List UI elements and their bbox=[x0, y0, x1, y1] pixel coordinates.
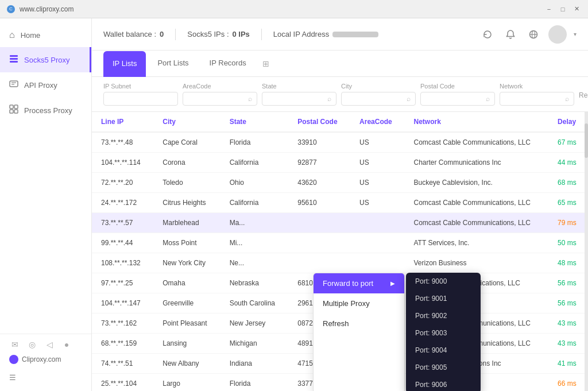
sidebar-item-home[interactable]: ⌂ Home bbox=[0, 23, 91, 47]
port-item[interactable]: Port: 9003 bbox=[406, 324, 481, 342]
port-item[interactable]: Port: 9001 bbox=[406, 290, 481, 307]
refresh-icon[interactable] bbox=[479, 26, 496, 42]
sidebar-bottom: ✉ ◎ ◁ ● Cliproxy.com bbox=[0, 334, 91, 369]
divider-2 bbox=[261, 29, 262, 40]
context-item-multiple-proxy[interactable]: Multiple Proxy bbox=[314, 293, 404, 313]
sidebar-item-home-label: Home bbox=[21, 31, 41, 40]
socks5-info: Socks5 IPs : 0 IPs bbox=[187, 30, 250, 38]
port-item[interactable]: Port: 9000 bbox=[406, 273, 481, 290]
city-search-icon: ⌕ bbox=[407, 95, 411, 103]
table-container: Line IP City State Postal Code AreaCode … bbox=[92, 112, 588, 391]
sidebar-item-socks5-label: Socks5 Proxy bbox=[24, 56, 69, 64]
avatar[interactable] bbox=[548, 25, 567, 44]
ip-subnet-input-wrapper bbox=[103, 92, 178, 106]
table-row[interactable]: 72.**.**.20ToledoOhio43620USBuckeye Cabl… bbox=[92, 173, 588, 193]
svg-rect-1 bbox=[10, 58, 18, 60]
api-icon bbox=[9, 79, 18, 91]
col-state: State bbox=[220, 112, 289, 132]
titlebar-url: www.cliproxy.com bbox=[20, 5, 74, 13]
state-label: State bbox=[262, 83, 336, 90]
table-row[interactable]: 73.**.**.48Cape CoralFlorida33910USComca… bbox=[92, 132, 588, 153]
context-item-refresh[interactable]: Refresh bbox=[314, 313, 404, 334]
context-item-forward[interactable]: Forward to port ▶ bbox=[314, 273, 404, 293]
sidebar-item-api-label: API Proxy bbox=[24, 81, 57, 90]
svg-rect-6 bbox=[10, 105, 13, 109]
context-refresh-label: Refresh bbox=[323, 319, 349, 328]
tab-port-lists[interactable]: Port Lists bbox=[148, 51, 198, 76]
titlebar: C www.cliproxy.com − □ ✕ bbox=[0, 0, 588, 18]
local-ip: Local IP Address bbox=[273, 30, 378, 38]
scrollbar[interactable] bbox=[585, 112, 588, 391]
filter-postal: Postal Code ⌕ bbox=[420, 83, 495, 106]
email-icon[interactable]: ✉ bbox=[9, 339, 21, 350]
tab-ip-records[interactable]: IP Records bbox=[200, 51, 256, 76]
network-field[interactable] bbox=[505, 95, 565, 103]
forward-arrow-icon: ▶ bbox=[390, 280, 395, 287]
local-ip-label: Local IP Address bbox=[273, 30, 329, 38]
context-menu-container: Forward to port ▶ Multiple Proxy Refresh… bbox=[313, 273, 481, 391]
sidebar-item-process[interactable]: Process Proxy bbox=[0, 98, 91, 123]
table-row[interactable]: 73.**.**.57MarbleheadMa...Comcast Cable … bbox=[92, 213, 588, 233]
ip-subnet-field[interactable] bbox=[109, 95, 173, 103]
table-header-row: Line IP City State Postal Code AreaCode … bbox=[92, 112, 588, 132]
dot-icon: ● bbox=[61, 339, 72, 350]
minimize-button[interactable]: − bbox=[544, 5, 554, 14]
tab-ip-lists[interactable]: IP Lists bbox=[103, 51, 146, 77]
network-search-icon: ⌕ bbox=[565, 95, 569, 103]
context-menu: Forward to port ▶ Multiple Proxy Refresh bbox=[313, 273, 405, 391]
ip-subnet-label: IP Subnet bbox=[103, 83, 178, 90]
header: Wallet balance : 0 Socks5 IPs : 0 IPs Lo… bbox=[92, 18, 588, 51]
city-input-wrapper: ⌕ bbox=[341, 92, 416, 106]
globe-icon[interactable] bbox=[525, 26, 541, 42]
filter-state: State ⌕ bbox=[262, 83, 336, 106]
postal-code-field[interactable] bbox=[425, 95, 486, 103]
main-content: Wallet balance : 0 Socks5 IPs : 0 IPs Lo… bbox=[92, 18, 588, 391]
telegram-icon[interactable]: ◁ bbox=[44, 339, 55, 350]
sidebar: ⌂ Home Socks5 Proxy API Proxy bbox=[0, 18, 92, 391]
filter-city: City ⌕ bbox=[341, 83, 416, 106]
titlebar-controls[interactable]: − □ ✕ bbox=[544, 5, 581, 14]
port-item[interactable]: Port: 9006 bbox=[406, 376, 481, 391]
state-field[interactable] bbox=[267, 95, 327, 103]
settings-icon[interactable]: ⊞ bbox=[262, 59, 269, 68]
svg-rect-0 bbox=[10, 55, 18, 57]
port-item[interactable]: Port: 9002 bbox=[406, 307, 481, 324]
city-label: City bbox=[341, 83, 416, 90]
filter-ip-subnet: IP Subnet bbox=[103, 83, 178, 106]
port-item[interactable]: Port: 9004 bbox=[406, 342, 481, 359]
reset-label[interactable]: Reset bbox=[579, 91, 588, 99]
brand: Cliproxy.com bbox=[9, 355, 82, 364]
table-row[interactable]: 108.**.**.132New York CityNe...Verizon B… bbox=[92, 253, 588, 273]
state-input-wrapper: ⌕ bbox=[262, 92, 336, 106]
network-input-wrapper: ⌕ bbox=[500, 92, 574, 106]
notification-icon[interactable] bbox=[502, 26, 519, 42]
sidebar-menu-button[interactable]: ☰ bbox=[0, 369, 91, 386]
account-dropdown-arrow[interactable]: ▾ bbox=[574, 31, 577, 37]
sidebar-item-process-label: Process Proxy bbox=[24, 106, 72, 115]
maximize-button[interactable]: □ bbox=[558, 5, 567, 14]
scrollbar-thumb[interactable] bbox=[585, 123, 588, 158]
home-icon: ⌂ bbox=[9, 30, 15, 40]
wallet-info: Wallet balance : 0 bbox=[103, 30, 164, 38]
area-code-search-icon: ⌕ bbox=[248, 95, 252, 103]
wallet-label: Wallet balance : bbox=[103, 30, 156, 38]
brand-name: Cliproxy.com bbox=[22, 355, 61, 363]
table-row[interactable]: 24.**.**.172Citrus HeightsCalifornia9561… bbox=[92, 193, 588, 213]
socks5-icon bbox=[9, 54, 18, 65]
port-item[interactable]: Port: 9005 bbox=[406, 359, 481, 376]
close-button[interactable]: ✕ bbox=[572, 5, 581, 14]
discord-icon[interactable]: ◎ bbox=[26, 339, 38, 350]
area-code-label: AreaCode bbox=[183, 83, 257, 90]
city-field[interactable] bbox=[346, 95, 407, 103]
table-row[interactable]: 104.**.**.114CoronaCalifornia92877USChar… bbox=[92, 153, 588, 173]
divider-1 bbox=[175, 29, 176, 40]
ip-blurred-value bbox=[332, 32, 378, 37]
postal-search-icon: ⌕ bbox=[486, 95, 490, 103]
state-search-icon: ⌕ bbox=[327, 95, 331, 103]
table-row[interactable]: 99.**.**.44Moss PointMi...ATT Services, … bbox=[92, 233, 588, 253]
filter-network: Network ⌕ bbox=[500, 83, 574, 106]
col-line-ip: Line IP bbox=[92, 112, 153, 132]
sidebar-item-socks5[interactable]: Socks5 Proxy bbox=[0, 47, 91, 72]
sidebar-item-api[interactable]: API Proxy bbox=[0, 72, 91, 98]
area-code-field[interactable] bbox=[188, 95, 248, 103]
